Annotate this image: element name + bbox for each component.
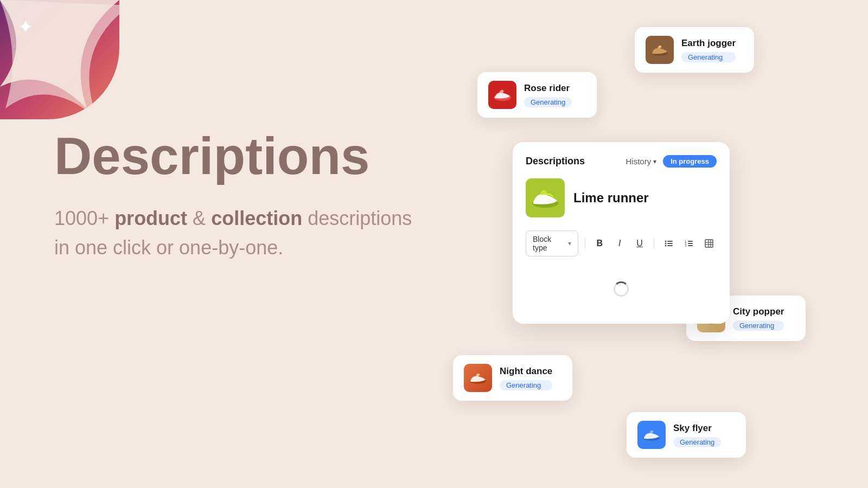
bold-button[interactable]: B [592,235,608,252]
history-label: History [626,157,652,166]
svg-point-6 [665,241,666,242]
lime-runner-shoe-svg [528,181,563,215]
rose-rider-status: Generating [524,97,572,107]
hero-content: Descriptions 1000+ product & collection … [54,130,423,262]
night-dance-name: Night dance [500,366,552,377]
city-popper-status: Generating [733,320,784,331]
svg-rect-11 [667,245,673,246]
block-type-chevron-icon: ▾ [568,240,571,247]
svg-text:3.: 3. [685,244,687,247]
subtitle-plain: 1000+ [54,207,114,229]
subtitle-amp: & [187,207,211,229]
rose-rider-shoe-svg [492,84,513,106]
svg-rect-13 [688,241,693,242]
city-popper-name: City popper [733,306,784,317]
product-image [526,178,565,217]
card-rose-rider: Rose rider Generating [477,72,597,118]
rose-rider-name: Rose rider [524,83,572,94]
sky-flyer-name: Sky flyer [673,423,721,434]
chevron-down-icon: ▾ [653,158,656,165]
hero-subtitle: 1000+ product & collection descriptions … [54,204,423,262]
night-dance-shoe-svg [467,367,489,389]
svg-point-8 [665,243,666,245]
loading-area [526,267,717,311]
italic-button[interactable]: I [612,235,628,252]
panel-title: Descriptions [526,156,585,167]
night-dance-info: Night dance Generating [500,366,552,390]
editor-toolbar: Block type ▾ B I U 1. 2. 3. [526,230,717,256]
svg-rect-18 [705,240,713,247]
earth-jogger-shoe-svg [649,39,671,61]
table-button[interactable] [701,235,717,252]
card-night-dance: Night dance Generating [453,355,572,401]
in-progress-badge: In progress [663,155,717,168]
block-type-dropdown[interactable]: Block type ▾ [526,230,578,256]
sky-flyer-status: Generating [673,437,721,447]
table-icon [704,239,714,248]
svg-rect-9 [667,243,673,244]
night-dance-icon [464,364,492,392]
rose-rider-icon [488,81,516,109]
card-earth-jogger: Earth jogger Generating [635,27,754,73]
toolbar-divider-1 [585,238,585,249]
ordered-list-icon: 1. 2. 3. [684,239,694,248]
underline-button[interactable]: U [632,235,648,252]
product-row: Lime runner [526,178,717,217]
panel-header: Descriptions History ▾ In progress [526,155,717,168]
earth-jogger-info: Earth jogger Generating [681,38,736,62]
subtitle-bold-collection: collection [211,207,302,229]
subtitle-bold-product: product [114,207,187,229]
product-name: Lime runner [573,190,649,206]
rose-rider-info: Rose rider Generating [524,83,572,107]
history-button[interactable]: History ▾ [626,157,657,166]
hero-title: Descriptions [54,130,423,182]
logo-star-icon: ✦ [17,17,34,37]
earth-jogger-status: Generating [681,52,736,62]
sky-flyer-info: Sky flyer Generating [673,423,721,447]
earth-jogger-name: Earth jogger [681,38,736,49]
card-sky-flyer: Sky flyer Generating [627,412,746,458]
unordered-list-button[interactable] [661,235,676,252]
svg-rect-7 [667,241,673,242]
city-popper-info: City popper Generating [733,306,784,331]
unordered-list-icon [664,239,674,248]
ordered-list-button[interactable]: 1. 2. 3. [681,235,697,252]
night-dance-status: Generating [500,380,552,390]
toolbar-divider-2 [654,238,654,249]
svg-point-10 [665,245,666,247]
sky-flyer-icon [637,421,666,449]
panel-header-right: History ▾ In progress [626,155,717,168]
block-type-label: Block type [533,235,564,252]
svg-rect-15 [688,243,693,244]
sky-flyer-shoe-svg [641,424,662,446]
svg-rect-17 [688,245,693,246]
loading-spinner [614,281,629,297]
description-panel: Descriptions History ▾ In progress Lime … [513,142,730,324]
earth-jogger-icon [646,36,674,64]
